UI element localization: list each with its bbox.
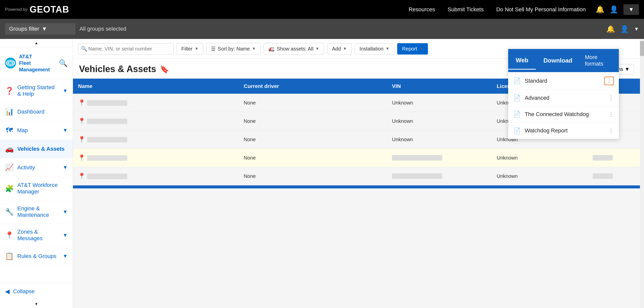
report-tab-download[interactable]: Download: [536, 52, 580, 69]
activity-icon: 📈: [5, 163, 14, 172]
groups-bar-dropdown-arrow[interactable]: ▼: [634, 26, 639, 32]
bookmark-icon[interactable]: 🔖: [160, 65, 169, 74]
search-input[interactable]: [78, 43, 174, 55]
do-not-sell-link[interactable]: Do Not Sell My Personal Information: [496, 6, 586, 13]
report-item-more-icon[interactable]: ⋮: [608, 111, 614, 118]
vin-cell: [387, 167, 492, 185]
resources-link[interactable]: Resources: [409, 6, 435, 13]
chevron-up-icon: ▲: [35, 41, 38, 45]
report-item-label: Advanced: [525, 95, 604, 101]
sidebar-logo-area: AT&T Fleet Management 🔍: [0, 47, 73, 79]
sidebar-item-label: Activity: [17, 164, 59, 171]
sidebar-item-map[interactable]: 🗺 Map ▼: [0, 121, 73, 140]
sort-button[interactable]: ☰ Sort by: Name ▼: [206, 43, 261, 55]
extra-cell: [588, 167, 640, 185]
user-icon[interactable]: 👤: [610, 5, 618, 14]
report-item-more-icon[interactable]: ⋮: [608, 95, 614, 101]
report-doc-icon: 📄: [513, 127, 521, 134]
user-menu-button[interactable]: ▼: [623, 4, 639, 15]
report-item-connected-watchdog[interactable]: 📄 The Connected Watchdog ⋮: [508, 106, 619, 123]
map-icon: 🗺: [5, 126, 14, 134]
report-doc-icon: 📄: [513, 111, 521, 118]
report-item-label: The Connected Watchdog: [525, 111, 604, 118]
sidebar-item-label: Dashboard: [17, 109, 68, 115]
driver-cell: None: [239, 112, 387, 130]
page-title: Vehicles & Assets: [79, 64, 156, 74]
report-item-label: Watchdog Report: [525, 127, 604, 134]
sidebar-item-label: Vehicles & Assets: [17, 146, 68, 152]
scrollbar-thumb[interactable]: [640, 41, 644, 56]
search-icon: 🔍: [59, 59, 68, 67]
vertical-scrollbar[interactable]: [640, 39, 644, 308]
table-row[interactable]: 📍 None Unknown: [73, 149, 640, 167]
license-cell: Unknown: [492, 149, 587, 167]
location-icon-blue: 📍: [78, 173, 86, 179]
engine-icon: 🔧: [5, 208, 14, 216]
sidebar-item-getting-started[interactable]: ❓ Getting Started & Help ▼: [0, 79, 73, 102]
rules-icon: 📋: [5, 252, 14, 260]
report-item-advanced[interactable]: 📄 Advanced ⋮: [508, 90, 619, 106]
report-item-watchdog-report[interactable]: 📄 Watchdog Report ⋮: [508, 123, 619, 139]
vehicle-name-cell: 📍: [73, 130, 239, 149]
sidebar-item-activity[interactable]: 📈 Activity ▼: [0, 158, 73, 177]
groups-bar-bell-icon[interactable]: 🔔: [606, 25, 615, 33]
sidebar-scroll-down[interactable]: ▼: [0, 300, 73, 308]
vin-cell: Unknown: [387, 112, 492, 130]
report-label: Report: [402, 46, 417, 52]
vehicle-name-cell: 📍: [73, 149, 239, 167]
vin-cell: Unknown: [387, 94, 492, 112]
report-item-more-icon[interactable]: ⋮: [604, 77, 614, 85]
chevron-down-icon: ▼: [63, 127, 68, 133]
sidebar-item-vehicles-assets[interactable]: 🚗 Vehicles & Assets: [0, 140, 73, 158]
license-cell: Unknown: [492, 167, 587, 185]
report-tab-web[interactable]: Web: [508, 52, 536, 70]
sidebar-item-zones-messages[interactable]: 📍 Zones & Messages ▼: [0, 224, 73, 247]
col-vin: VIN: [387, 79, 492, 94]
installation-button[interactable]: Installation ▼: [355, 43, 394, 55]
report-arrow-icon: ▼: [419, 46, 423, 51]
driver-cell: None: [239, 167, 387, 185]
sidebar-scroll-up[interactable]: ▲: [0, 39, 73, 47]
sidebar-collapse-button[interactable]: ◀ Collapse: [0, 283, 73, 300]
sidebar-search-button[interactable]: 🔍: [59, 59, 68, 67]
sidebar-item-engine-maintenance[interactable]: 🔧 Engine & Maintenance ▼: [0, 200, 73, 224]
att-logo-icon: [5, 57, 16, 70]
chevron-down-icon: ▼: [35, 302, 38, 306]
report-dropdown: Web Download More formats 📄 Standard ⋮ 📄…: [508, 49, 619, 139]
bell-icon[interactable]: 🔔: [596, 5, 605, 14]
filter-label: Filter: [181, 46, 192, 52]
sidebar-item-rules-groups[interactable]: 📋 Rules & Groups ▼: [0, 247, 73, 266]
show-assets-button[interactable]: 🚛 Show assets: All ▼: [264, 43, 324, 55]
report-item-standard[interactable]: 📄 Standard ⋮: [508, 72, 619, 90]
report-item-more-icon[interactable]: ⋮: [608, 127, 614, 134]
groups-bar: Groups filter ▼ All groups selected 🔔 👤 …: [0, 19, 644, 39]
installation-arrow-icon: ▼: [386, 46, 390, 51]
sidebar-item-dashboard[interactable]: 📊 Dashboard: [0, 102, 73, 121]
submit-tickets-link[interactable]: Submit Tickets: [448, 6, 484, 13]
blurred-name: [87, 137, 127, 142]
vehicles-icon: 🚗: [5, 145, 14, 153]
blurred-extra: [593, 173, 613, 179]
sidebar-brand-name: AT&T: [19, 53, 56, 60]
table-row[interactable]: 📍 None Unknown: [73, 167, 640, 185]
report-doc-icon: 📄: [513, 94, 521, 101]
groups-bar-user-icon[interactable]: 👤: [620, 25, 629, 33]
report-tab-more[interactable]: More formats: [580, 49, 619, 72]
collapse-label: Collapse: [13, 288, 35, 295]
vehicle-name-cell: 📍: [73, 94, 239, 112]
search-icon: 🔍: [81, 46, 87, 52]
vehicle-name-cell: 📍: [73, 167, 239, 185]
chevron-down-icon: ▼: [63, 88, 68, 94]
add-button[interactable]: Add ▼: [327, 43, 351, 55]
sidebar-item-label: Getting Started & Help: [17, 84, 59, 97]
chevron-down-icon: ▼: [63, 232, 68, 238]
report-button[interactable]: Report ▼: [397, 43, 428, 55]
add-label: Add: [332, 46, 341, 52]
sidebar-item-workforce-manager[interactable]: 🧩 AT&T Workforce Manager: [0, 177, 73, 200]
horizontal-scrollbar[interactable]: [73, 185, 640, 188]
filter-button[interactable]: Filter ▼: [177, 43, 203, 55]
top-nav-icons: 🔔 👤 ▼: [596, 4, 639, 15]
groups-filter-arrow-icon: ▼: [42, 26, 47, 32]
location-icon: 📍: [78, 99, 86, 106]
groups-filter-button[interactable]: Groups filter ▼: [5, 23, 75, 35]
